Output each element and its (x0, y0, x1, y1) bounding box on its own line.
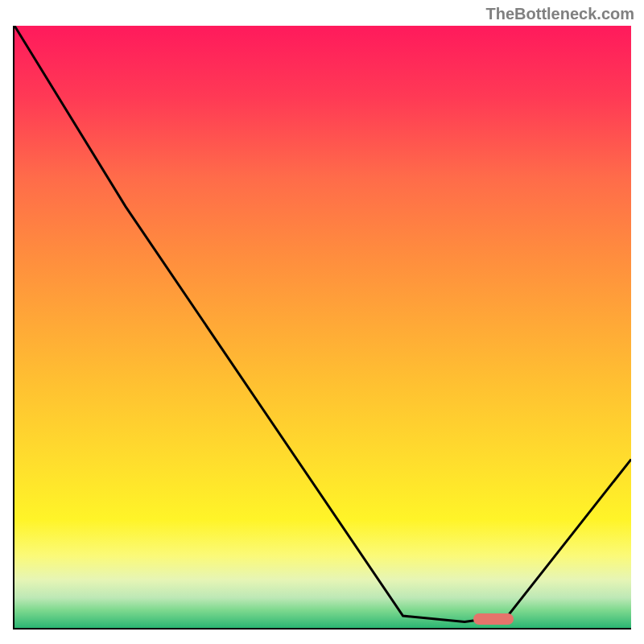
watermark-label: TheBottleneck.com (486, 5, 634, 23)
bottleneck-chart (13, 26, 631, 630)
curve-line (14, 26, 631, 628)
optimal-marker (473, 613, 514, 625)
